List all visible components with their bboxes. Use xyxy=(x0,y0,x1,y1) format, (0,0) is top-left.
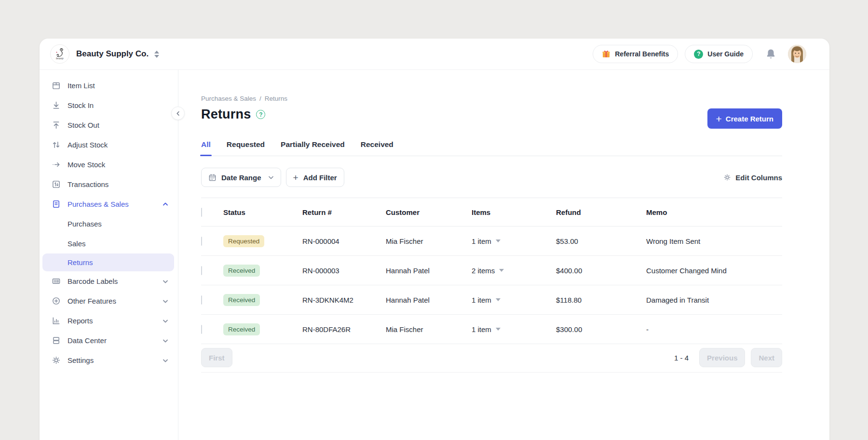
sidebar-item-purchases[interactable]: Purchases xyxy=(40,214,178,234)
tab-partially-received[interactable]: Partially Received xyxy=(281,140,345,156)
items-dropdown[interactable]: 1 item xyxy=(472,325,556,333)
return-number-cell: RN-80DFA26R xyxy=(302,325,386,333)
return-number-cell: RN-000004 xyxy=(302,237,386,245)
breadcrumb-purchases-sales[interactable]: Purchases & Sales xyxy=(201,95,256,102)
sidebar-item-transactions[interactable]: Transactions xyxy=(40,174,178,194)
transactions-icon xyxy=(51,180,61,189)
barcode-icon xyxy=(51,277,61,286)
breadcrumb-returns[interactable]: Returns xyxy=(265,95,287,102)
referral-benefits-button[interactable]: Referral Benefits xyxy=(593,45,678,63)
sidebar-item-returns[interactable]: Returns xyxy=(42,253,174,271)
page-title: Returns xyxy=(201,107,251,122)
help-icon[interactable]: ? xyxy=(256,110,265,119)
table-row[interactable]: Requested RN-000004 Mia Fischer 1 item $… xyxy=(201,227,782,256)
row-checkbox[interactable] xyxy=(201,325,202,334)
column-header-customer[interactable]: Customer xyxy=(386,208,472,216)
sidebar-label: Barcode Labels xyxy=(68,277,156,285)
sidebar-item-item-list[interactable]: Item List xyxy=(40,76,178,95)
sidebar: Item List Stock In Stock Out xyxy=(40,70,178,440)
table-row[interactable]: Received RN-3DKNK4M2 Hannah Patel 1 item… xyxy=(201,285,782,315)
chevron-down-icon xyxy=(268,174,274,180)
column-header-return[interactable]: Return # xyxy=(302,208,386,216)
dropdown-triangle-icon xyxy=(496,240,501,242)
memo-cell: Customer Changed Mind xyxy=(646,267,782,275)
sidebar-item-stock-in[interactable]: Stock In xyxy=(40,95,178,115)
next-page-button[interactable]: Next xyxy=(751,348,782,367)
memo-cell: Wrong Item Sent xyxy=(646,237,782,245)
column-header-refund[interactable]: Refund xyxy=(556,208,646,216)
date-range-label: Date Range xyxy=(221,173,261,182)
column-header-status[interactable]: Status xyxy=(223,208,302,216)
pagination: First 1 - 4 Previous Next xyxy=(201,344,782,373)
row-checkbox[interactable] xyxy=(201,295,202,305)
tab-received[interactable]: Received xyxy=(361,140,393,156)
status-tabs: All Requested Partially Received Receive… xyxy=(201,140,782,156)
chevron-down-icon xyxy=(163,338,168,344)
topbar: beauty Beauty Supply Co. Referral Benefi… xyxy=(40,39,829,70)
customer-cell: Hannah Patel xyxy=(386,267,472,275)
select-all-checkbox[interactable] xyxy=(201,208,202,217)
return-number-cell: RN-3DKNK4M2 xyxy=(302,296,386,304)
sidebar-label: Sales xyxy=(68,240,168,248)
user-guide-button[interactable]: ? User Guide xyxy=(685,45,753,63)
sidebar-collapse-button[interactable] xyxy=(171,107,185,120)
dropdown-triangle-icon xyxy=(496,298,501,301)
tab-all[interactable]: All xyxy=(201,140,211,156)
calendar-icon xyxy=(208,173,217,182)
table-row[interactable]: Received RN-000003 Hannah Patel 2 items … xyxy=(201,256,782,285)
plus-circle-icon xyxy=(51,296,61,306)
chevron-down-icon xyxy=(163,279,168,284)
items-dropdown[interactable]: 2 items xyxy=(472,267,556,275)
switcher-down-icon xyxy=(154,55,159,58)
sidebar-label: Adjust Stock xyxy=(68,141,168,149)
memo-cell: - xyxy=(646,325,782,333)
sidebar-item-purchases-sales[interactable]: Purchases & Sales xyxy=(40,194,178,214)
notifications-bell-icon[interactable] xyxy=(765,48,776,60)
create-return-button[interactable]: + Create Return xyxy=(707,108,782,129)
return-number-cell: RN-000003 xyxy=(302,267,386,275)
svg-text:beauty: beauty xyxy=(56,57,64,60)
user-avatar[interactable] xyxy=(788,45,806,63)
company-switcher[interactable] xyxy=(154,51,159,58)
items-count: 1 item xyxy=(472,237,491,245)
sidebar-item-reports[interactable]: Reports xyxy=(40,311,178,331)
document-icon xyxy=(51,200,61,209)
items-dropdown[interactable]: 1 item xyxy=(472,237,556,245)
database-icon xyxy=(51,336,61,346)
sidebar-label: Other Features xyxy=(68,297,156,305)
sidebar-label: Purchases xyxy=(68,220,168,228)
sidebar-item-sales[interactable]: Sales xyxy=(40,234,178,253)
sidebar-item-stock-out[interactable]: Stock Out xyxy=(40,115,178,135)
add-filter-button[interactable]: + Add Filter xyxy=(286,168,344,187)
memo-cell: Damaged in Transit xyxy=(646,296,782,304)
company-logo[interactable]: beauty xyxy=(50,44,69,64)
row-checkbox[interactable] xyxy=(201,237,202,246)
sidebar-item-other-features[interactable]: Other Features xyxy=(40,291,178,311)
previous-page-button[interactable]: Previous xyxy=(699,348,745,367)
sidebar-item-barcode-labels[interactable]: Barcode Labels xyxy=(40,271,178,291)
table-row[interactable]: Received RN-80DFA26R Mia Fischer 1 item … xyxy=(201,315,782,344)
breadcrumb: Purchases & Sales / Returns xyxy=(201,95,782,102)
table-header-row: Status Return # Customer Items Refund Me… xyxy=(201,198,782,227)
status-badge: Received xyxy=(223,265,260,277)
app-window: beauty Beauty Supply Co. Referral Benefi… xyxy=(40,39,829,440)
create-return-label: Create Return xyxy=(726,115,773,123)
date-range-dropdown[interactable]: Date Range xyxy=(201,168,281,187)
row-checkbox[interactable] xyxy=(201,266,202,275)
column-header-memo[interactable]: Memo xyxy=(646,208,782,216)
sidebar-item-settings[interactable]: Settings xyxy=(40,350,178,370)
sidebar-item-data-center[interactable]: Data Center xyxy=(40,331,178,350)
tab-requested[interactable]: Requested xyxy=(227,140,265,156)
edit-columns-button[interactable]: Edit Columns xyxy=(723,173,782,182)
dropdown-triangle-icon xyxy=(499,269,504,272)
column-header-items[interactable]: Items xyxy=(472,208,556,216)
filter-row: Date Range + Add Filter xyxy=(201,168,782,187)
edit-columns-label: Edit Columns xyxy=(735,173,782,182)
plus-icon: + xyxy=(716,114,722,124)
first-page-button[interactable]: First xyxy=(201,348,232,367)
sidebar-item-move-stock[interactable]: Move Stock xyxy=(40,155,178,174)
status-badge: Received xyxy=(223,294,260,306)
topbar-right: Referral Benefits ? User Guide xyxy=(593,45,806,63)
sidebar-item-adjust-stock[interactable]: Adjust Stock xyxy=(40,135,178,155)
items-dropdown[interactable]: 1 item xyxy=(472,296,556,304)
